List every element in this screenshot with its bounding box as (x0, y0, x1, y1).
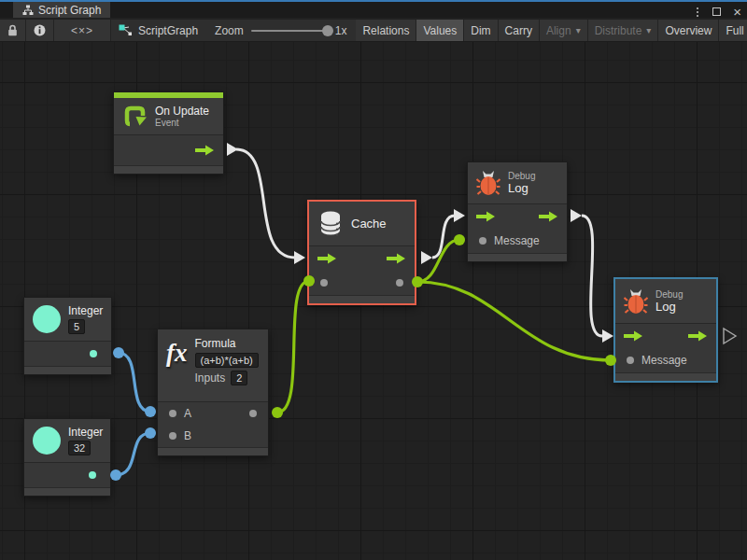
node-title: Integer (68, 304, 103, 317)
node-footer (468, 253, 567, 261)
chevron-down-icon: ▾ (576, 25, 581, 35)
port-label: B (184, 429, 191, 442)
toolbar-right-group: Relations Values Dim Carry Align ▾ Distr… (356, 20, 747, 41)
message-input-port[interactable] (627, 357, 634, 364)
exec-output-port[interactable] (387, 253, 406, 264)
integer-value-field[interactable]: 5 (68, 319, 85, 334)
node-debug-log-1[interactable]: Debug Log Message (467, 161, 568, 262)
graph-name-label: ScriptGraph (111, 20, 205, 41)
input-b-port[interactable] (169, 432, 176, 440)
node-title: Log (655, 300, 683, 314)
node-debug-log-2[interactable]: Debug Log Message (615, 279, 716, 381)
value-output-port[interactable] (249, 410, 257, 417)
node-category: Debug (655, 289, 683, 300)
node-footer (309, 295, 415, 303)
formula-expression-field[interactable]: (a+b)*(a+b) (195, 353, 259, 368)
node-footer (615, 372, 716, 381)
exec-input-port[interactable] (476, 211, 496, 222)
integer-circle-icon (33, 305, 61, 333)
input-b-row: B (158, 425, 268, 447)
node-cache-selection: Cache (307, 200, 416, 305)
node-header: fx Formula (a+b)*(a+b) Inputs 2 (158, 329, 268, 402)
input-a-port[interactable] (169, 410, 176, 417)
message-row: Message (615, 348, 716, 372)
info-icon (34, 24, 46, 36)
value-output-port[interactable] (89, 471, 96, 479)
port-label: Message (641, 354, 687, 367)
window-menu-icon[interactable] (695, 6, 700, 19)
zoom-label: Zoom (215, 24, 244, 37)
exec-output-port[interactable] (688, 330, 708, 342)
value-input-port[interactable] (320, 279, 328, 287)
integer-circle-icon (33, 427, 61, 455)
zoom-slider-handle[interactable] (322, 25, 333, 36)
message-row: Message (468, 229, 567, 253)
input-a-row: A (158, 402, 268, 425)
inputs-count-field[interactable]: 2 (231, 371, 247, 385)
tab-script-graph[interactable]: Script Graph (13, 2, 110, 18)
value-output-port[interactable] (90, 350, 97, 357)
wire-value-integer1-formula (113, 347, 156, 417)
node-debug-log-2-selection: Debug Log Message (613, 277, 718, 383)
node-footer (114, 165, 223, 174)
overview-button[interactable]: Overview (658, 20, 719, 41)
values-button[interactable]: Values (416, 20, 464, 41)
node-title: Formula (195, 337, 259, 350)
dim-button[interactable]: Dim (464, 20, 498, 41)
node-subtitle: Event (155, 118, 209, 128)
node-header: Debug Log (615, 279, 716, 324)
exec-row (468, 204, 567, 229)
exec-input-port[interactable] (624, 330, 643, 342)
script-graph-window: Script Graph × <×> (0, 0, 747, 560)
maximize-icon[interactable] (712, 7, 721, 16)
graph-name-text: ScriptGraph (138, 24, 198, 37)
close-icon[interactable]: × (733, 5, 741, 19)
wire-exec-cache-debug1 (421, 209, 465, 264)
bug-icon (624, 287, 648, 315)
value-output-port[interactable] (396, 279, 403, 287)
relations-button[interactable]: Relations (356, 20, 416, 41)
port-label: Message (494, 234, 540, 247)
wire-value-cache-debug2 (417, 282, 616, 366)
output-row (24, 342, 111, 366)
zoom-control: Zoom 1x (205, 20, 356, 41)
code-view-button[interactable]: <×> (54, 20, 111, 41)
port-label: A (184, 407, 191, 420)
exec-row (615, 324, 716, 348)
node-category: Debug (508, 171, 535, 181)
zoom-slider[interactable] (251, 30, 328, 32)
window-controls: × (695, 4, 741, 20)
node-title: Log (508, 181, 535, 195)
hierarchy-icon (22, 5, 34, 16)
integer-value-field[interactable]: 32 (68, 441, 91, 455)
exec-output-port[interactable] (195, 145, 215, 156)
node-integer-2[interactable]: Integer 32 (23, 418, 111, 497)
unconnected-port-triangle (724, 329, 736, 343)
graph-toolbar: <×> ScriptGraph Zoom 1x Relations Values… (0, 20, 747, 42)
lock-button[interactable] (0, 20, 26, 41)
database-icon (317, 209, 344, 239)
message-input-port[interactable] (479, 237, 486, 245)
node-title: On Update (155, 105, 209, 118)
node-on-update[interactable]: On Update Event (113, 91, 224, 175)
carry-button[interactable]: Carry (499, 20, 540, 41)
title-bar: Script Graph × (0, 0, 747, 18)
wire-exec-onupdate-cache (227, 143, 305, 264)
node-cache[interactable]: Cache (309, 202, 415, 303)
exec-output-port[interactable] (539, 211, 558, 222)
graph-canvas[interactable]: On Update Event (0, 42, 747, 560)
node-title: Integer (68, 426, 103, 439)
wire-value-integer2-formula (110, 427, 156, 481)
distribute-button[interactable]: Distribute ▾ (588, 20, 659, 41)
node-integer-1[interactable]: Integer 5 (23, 297, 112, 375)
align-button[interactable]: Align ▾ (540, 20, 588, 41)
lock-icon (7, 24, 18, 36)
formula-fx-icon: fx (166, 341, 188, 366)
info-button[interactable] (26, 20, 54, 41)
exec-row (309, 246, 415, 271)
full-screen-button[interactable]: Full Screen (719, 20, 747, 41)
node-formula[interactable]: fx Formula (a+b)*(a+b) Inputs 2 A B (157, 329, 269, 456)
exec-input-port[interactable] (317, 253, 337, 264)
chevron-down-icon: ▾ (646, 25, 651, 35)
node-header: Cache (309, 202, 415, 246)
